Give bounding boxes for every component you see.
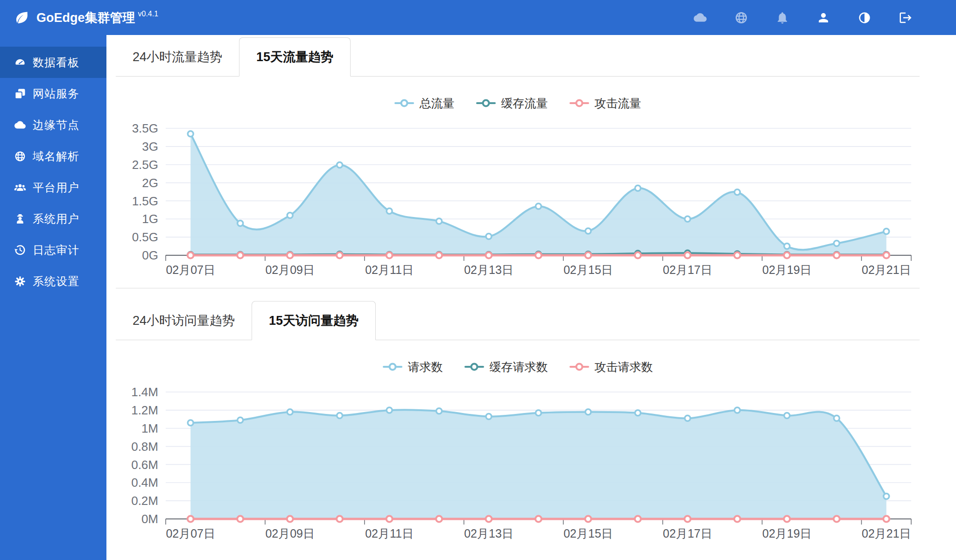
svg-text:0G: 0G: [142, 248, 158, 262]
sidebar-item-users[interactable]: 平台用户: [0, 172, 106, 203]
legend-item-0-0[interactable]: 总流量: [394, 96, 455, 111]
legend-item-0-2[interactable]: 攻击流量: [569, 96, 641, 111]
svg-text:02月17日: 02月17日: [663, 527, 712, 540]
svg-text:02月09日: 02月09日: [265, 527, 315, 540]
requests-legend: 请求数缓存请求数攻击请求数: [116, 359, 920, 375]
sidebar-item-user-secret[interactable]: 系统用户: [0, 203, 106, 234]
svg-text:3G: 3G: [142, 140, 158, 154]
svg-text:02月19日: 02月19日: [762, 263, 812, 276]
header-actions: [693, 10, 956, 25]
svg-text:2.5G: 2.5G: [132, 158, 158, 172]
gauge-icon: [14, 56, 26, 69]
sidebar-item-gauge[interactable]: 数据看板: [0, 47, 106, 78]
brand: GoEdge集群管理 v0.4.1: [0, 7, 158, 28]
legend-item-1-1[interactable]: 缓存请求数: [464, 359, 548, 375]
traffic-trend-section: 24小时流量趋势15天流量趋势 总流量缓存流量攻击流量 0G0.5G1G1.5G…: [116, 37, 920, 288]
user-secret-icon: [14, 213, 26, 225]
svg-text:02月15日: 02月15日: [563, 263, 613, 276]
svg-text:0M: 0M: [141, 512, 158, 526]
svg-text:2G: 2G: [142, 176, 158, 190]
sidebar-item-label: 边缘节点: [33, 118, 79, 133]
svg-text:1G: 1G: [142, 212, 158, 226]
svg-text:0.8M: 0.8M: [131, 440, 158, 454]
requests-tab-row: 24小时访问量趋势15天访问量趋势: [116, 301, 920, 340]
gear-icon: [14, 275, 26, 287]
sidebar-item-label: 域名解析: [33, 149, 79, 164]
svg-text:02月11日: 02月11日: [365, 263, 414, 276]
sidebar-item-globe[interactable]: 域名解析: [0, 140, 106, 172]
cloud-icon: [693, 11, 707, 25]
header-contrast-button[interactable]: [857, 10, 872, 25]
sidebar-item-gear[interactable]: 系统设置: [0, 266, 106, 297]
cloud-icon: [14, 119, 26, 131]
legend-item-1-2[interactable]: 攻击请求数: [569, 359, 653, 375]
user-icon: [816, 11, 830, 25]
globe-icon: [14, 150, 26, 162]
page: GoEdge集群管理 v0.4.1 数据看板网站服务边缘节点域名解析平台用户系统…: [0, 0, 956, 560]
svg-text:02月21日: 02月21日: [862, 263, 911, 276]
sidebar-item-label: 系统设置: [33, 274, 79, 289]
header-user-button[interactable]: [816, 10, 831, 25]
tab-label: 15天流量趋势: [256, 49, 333, 65]
sidebar-item-label: 系统用户: [33, 211, 79, 226]
legend-item-0-1[interactable]: 缓存流量: [476, 96, 548, 111]
app-title: GoEdge集群管理: [36, 7, 135, 28]
requests-trend-section: 24小时访问量趋势15天访问量趋势 请求数缓存请求数攻击请求数 0M0.2M0.…: [116, 301, 920, 541]
tab-label: 24小时访问量趋势: [133, 312, 235, 329]
sidebar-item-cloud[interactable]: 边缘节点: [0, 109, 106, 140]
legend-marker-icon: [464, 363, 484, 371]
traffic-tab-row: 24小时流量趋势15天流量趋势: [116, 37, 920, 77]
leaf-logo-icon: [13, 9, 30, 26]
legend-item-1-0[interactable]: 请求数: [383, 359, 443, 375]
header-signout-button[interactable]: [898, 10, 913, 25]
svg-text:0.5G: 0.5G: [132, 230, 158, 244]
header-bell-button[interactable]: [775, 10, 790, 25]
app-version: v0.4.1: [138, 10, 159, 18]
svg-text:1.2M: 1.2M: [131, 403, 158, 417]
svg-text:02月07日: 02月07日: [166, 527, 215, 540]
svg-text:02月21日: 02月21日: [862, 527, 911, 540]
tab-section1-0[interactable]: 24小时访问量趋势: [116, 301, 252, 340]
clone-icon: [14, 88, 26, 100]
svg-text:02月19日: 02月19日: [762, 527, 812, 540]
legend-marker-icon: [569, 363, 589, 371]
svg-text:1M: 1M: [141, 421, 158, 435]
sidebar-item-label: 日志审计: [33, 243, 79, 258]
sidebar-item-label: 网站服务: [33, 86, 79, 101]
legend-label: 攻击请求数: [595, 359, 653, 375]
tab-section0-1[interactable]: 15天流量趋势: [239, 37, 351, 77]
svg-text:3.5G: 3.5G: [132, 121, 158, 135]
svg-text:02月17日: 02月17日: [663, 263, 712, 276]
globe-icon: [734, 11, 748, 25]
svg-text:0.6M: 0.6M: [131, 458, 158, 472]
svg-text:02月09日: 02月09日: [265, 263, 315, 276]
header-cloud-button[interactable]: [693, 10, 708, 25]
tab-section1-1[interactable]: 15天访问量趋势: [252, 301, 376, 340]
svg-text:02月13日: 02月13日: [464, 527, 513, 540]
header-globe-button[interactable]: [734, 10, 749, 25]
svg-text:02月07日: 02月07日: [166, 263, 215, 276]
tab-label: 24小时流量趋势: [133, 49, 222, 65]
legend-marker-icon: [383, 363, 402, 371]
tab-label: 15天访问量趋势: [269, 312, 358, 329]
sidebar-item-clone[interactable]: 网站服务: [0, 78, 106, 109]
legend-marker-icon: [394, 99, 414, 107]
sidebar-item-history[interactable]: 日志审计: [0, 234, 106, 266]
traffic-legend: 总流量缓存流量攻击流量: [116, 95, 920, 111]
users-icon: [14, 182, 26, 194]
signout-icon: [899, 11, 913, 25]
svg-text:02月11日: 02月11日: [365, 527, 414, 540]
legend-label: 攻击流量: [595, 96, 641, 111]
contrast-icon: [858, 11, 872, 25]
svg-text:02月13日: 02月13日: [464, 263, 513, 276]
traffic-chart: 0G0.5G1G1.5G2G2.5G3G3.5G02月07日02月09日02月1…: [116, 114, 920, 278]
app-header: GoEdge集群管理 v0.4.1: [0, 0, 956, 35]
tab-section0-0[interactable]: 24小时流量趋势: [116, 37, 239, 76]
requests-chart: 0M0.2M0.4M0.6M0.8M1M1.2M1.4M02月07日02月09日…: [116, 378, 920, 541]
svg-text:0.2M: 0.2M: [131, 494, 158, 508]
sidebar-item-label: 平台用户: [33, 180, 79, 195]
legend-label: 请求数: [408, 359, 443, 375]
legend-marker-icon: [569, 99, 589, 107]
bell-icon: [775, 11, 789, 25]
sidebar: 数据看板网站服务边缘节点域名解析平台用户系统用户日志审计系统设置: [0, 35, 106, 560]
